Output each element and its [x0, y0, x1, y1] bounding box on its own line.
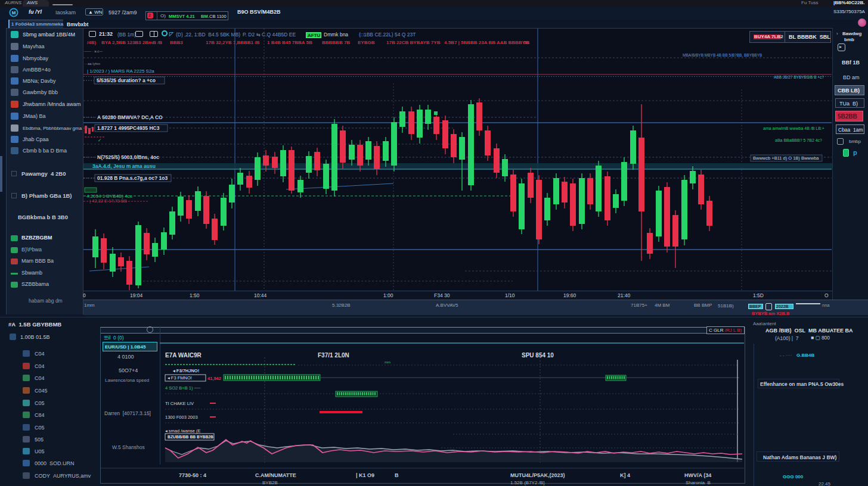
svg-text:3aA.4.d, Jesu m ama ausu: 3aA.4.d, Jesu m ama ausu [92, 163, 156, 169]
svg-text:TI CHAKE LIV: TI CHAKE LIV [165, 401, 194, 406]
svg-text:A 50280 BMWVA? DC,A CO: A 50280 BMWVA? DC,A CO [97, 114, 163, 120]
svg-text:aBa BBaBBB? 5 7B2 4c?: aBa BBaBBB? 5 7B2 4c? [775, 138, 822, 142]
svg-text:◂ smad /wanse (E: ◂ smad /wanse (E [165, 428, 201, 434]
svg-text:✓: ✓ [98, 138, 102, 143]
svg-text:···aa lyhm: ···aa lyhm [84, 62, 100, 66]
svg-text:5/535/25 duration? a +co: 5/535/25 duration? a +co [97, 77, 156, 83]
svg-text:M: M [12, 10, 16, 15]
svg-text:1.8727 1 4995PC4935 HC3: 1.8727 1 4995PC4935 HC3 [97, 125, 160, 131]
svg-text:Bwwwcb +B11 d) O 1B) Bwwwba: Bwwwcb +B11 d) O 1B) Bwwwba [753, 155, 819, 161]
svg-text:| 1/2023 / ) MARS RA 2225 S2a: | 1/2023 / ) MARS RA 2225 S2a [87, 68, 154, 74]
svg-text:41,942: 41,942 [207, 376, 221, 381]
svg-text:4 SO2 B=B 1) ──: 4 SO2 B=B 1) ── [165, 385, 201, 391]
svg-text:| 42,32 E 17,73 BB: | 42,32 E 17,73 BB [89, 198, 127, 204]
svg-text:1300 F003 2003: 1300 F003 2003 [165, 415, 198, 420]
svg-text:◂ F3/7HJNO!: ◂ F3/7HJNO! [172, 368, 199, 373]
svg-text:◂ F3 FMNO!: ◂ F3 FMNO! [168, 375, 192, 381]
svg-text:—— · a.c—: —— · a.c— [84, 49, 103, 53]
svg-text:mm: mm [385, 360, 390, 364]
svg-text:ABB JB/27 BYBYBS/B B +c?: ABB JB/27 BYBYBS/B B +c? [774, 75, 824, 79]
svg-text:BZUBB/BB BB BYBB2B: BZUBB/BB BB BYBB2B [168, 435, 213, 439]
svg-text:01.928 B Pna.s.c7g,a oc? 1o3: 01.928 B Pna.s.c7g,a oc? 1o3 [97, 175, 168, 181]
svg-text:MBA/B/BYB MBYB 4B BB 5/B?BB, B: MBA/B/BYB MBYB 4B BB 5/B?BB, BBYBBYB [683, 53, 762, 57]
svg-text:N(7525/5) 5003,0/Bns, 4oc: N(7525/5) 5003,0/Bns, 4oc [97, 154, 159, 160]
svg-text:ama amwlmB wwwba 4B /B LB:+: ama amwlmB wwwba 4B /B LB:+ [763, 126, 824, 130]
